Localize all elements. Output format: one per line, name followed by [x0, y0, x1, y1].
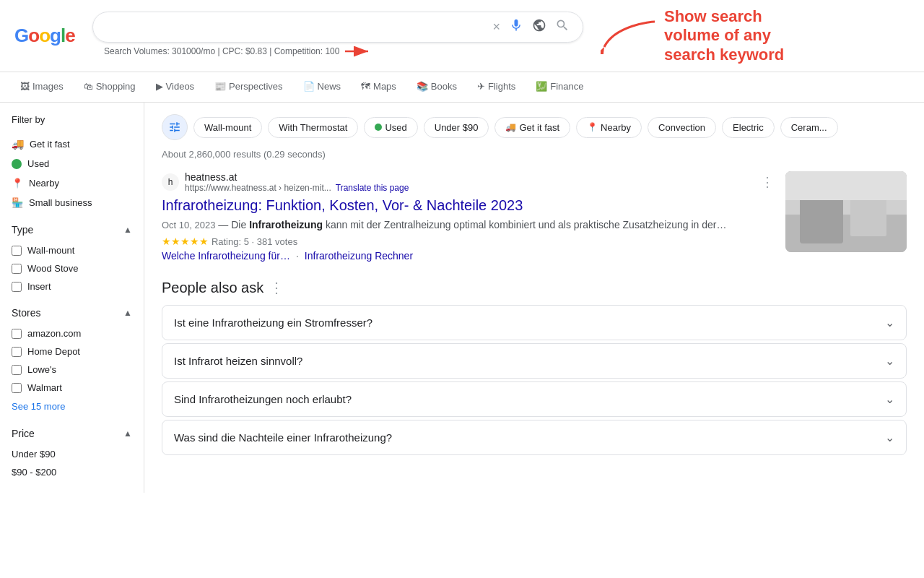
result-title-1[interactable]: Infrarotheizung: Funktion, Kosten, Vor- … [162, 196, 774, 215]
result-links: Welche Infrarotheizung für… · Infrarothe… [162, 250, 774, 262]
chip-convection-label: Convection [658, 122, 705, 133]
type-section-header[interactable]: Type ▲ [12, 224, 132, 236]
price-section-header[interactable]: Price ▲ [12, 428, 132, 439]
paa-question-1: Ist eine Infrarotheizung ein Stromfresse… [174, 316, 372, 329]
chip-under-90[interactable]: Under $90 [424, 117, 489, 138]
chip-used-label: Used [385, 122, 406, 133]
sidebar-filter-nearby[interactable]: 📍 Nearby [12, 173, 132, 193]
result-image-1 [785, 171, 907, 252]
filter-adjust-button[interactable] [162, 114, 188, 140]
store-walmart-checkbox[interactable] [12, 383, 22, 393]
sidebar-filter-used[interactable]: Used [12, 154, 132, 173]
chip-under-90-label: Under $90 [435, 122, 479, 133]
paa-header: People also ask ⋮ [162, 279, 907, 296]
type-wall-mount[interactable]: Wall-mount [12, 241, 132, 259]
translate-link[interactable]: Translate this page [336, 183, 409, 193]
store-amazon[interactable]: amazon.com [12, 324, 132, 342]
store-home-depot-checkbox[interactable] [12, 347, 22, 357]
stores-chevron-icon: ▲ [123, 308, 132, 318]
tab-maps[interactable]: 🗺Maps [352, 75, 405, 99]
paa-item-4: Was sind die Nachteile einer Infrarothei… [162, 420, 907, 455]
paa-chevron-4: ⌄ [885, 431, 894, 444]
paa-item-2: Ist Infrarot heizen sinnvoll? ⌄ [162, 343, 907, 379]
tab-perspectives[interactable]: 📰Perspectives [206, 75, 291, 99]
sidebar-filter-get-it-fast[interactable]: 🚚 Get it fast [12, 134, 132, 154]
result-date: Oct 10, 2023 [162, 220, 215, 230]
chip-with-thermostat[interactable]: With Thermostat [268, 117, 358, 138]
type-wall-mount-checkbox[interactable] [12, 246, 22, 256]
paa-item-1-header[interactable]: Ist eine Infrarotheizung ein Stromfresse… [162, 306, 906, 340]
paa-item-4-header[interactable]: Was sind die Nachteile einer Infrarothei… [162, 420, 906, 454]
result-site-name: heatness.at [185, 171, 409, 183]
type-wood-stove[interactable]: Wood Stove [12, 259, 132, 277]
type-insert[interactable]: Insert [12, 277, 132, 296]
main-layout: Filter by 🚚 Get it fast Used 📍 Nearby 🏪 … [0, 103, 924, 493]
paa-item-1: Ist eine Infrarotheizung ein Stromfresse… [162, 305, 907, 340]
result-image-inner [785, 171, 907, 252]
chip-used[interactable]: Used [364, 117, 417, 138]
search-bar-container: infrarotheizung × Search Volumes: 301000… [92, 12, 583, 60]
google-logo: Google [14, 25, 81, 47]
tab-flights[interactable]: ✈Flights [468, 75, 524, 99]
tab-books[interactable]: 📚Books [408, 75, 466, 99]
store-lowes-checkbox[interactable] [12, 365, 22, 375]
chip-wall-mount[interactable]: Wall-mount [193, 117, 262, 138]
chip-get-it-fast[interactable]: 🚚 Get it fast [494, 117, 570, 138]
chip-electric[interactable]: Electric [722, 117, 775, 138]
search-input[interactable]: infrarotheizung [105, 21, 485, 34]
store-lowes[interactable]: Lowe's [12, 361, 132, 379]
search-button[interactable] [554, 18, 571, 36]
pin-icon: 📍 [587, 122, 598, 132]
type-section: Type ▲ Wall-mount Wood Stove Insert [12, 224, 132, 296]
tab-finance[interactable]: 💹Finance [527, 75, 592, 99]
filter-chips-row: Wall-mount With Thermostat Used Under $9… [162, 114, 907, 140]
store-home-depot[interactable]: Home Depot [12, 342, 132, 361]
paa-question-4: Was sind die Nachteile einer Infrarothei… [174, 431, 392, 444]
store-amazon-checkbox[interactable] [12, 329, 22, 339]
used-dot-icon [375, 124, 382, 131]
type-chevron-icon: ▲ [123, 225, 132, 235]
paa-chevron-3: ⌄ [885, 392, 894, 406]
type-insert-checkbox[interactable] [12, 282, 22, 292]
chip-nearby[interactable]: 📍 Nearby [576, 117, 642, 138]
tab-shopping[interactable]: 🛍Shopping [75, 75, 144, 99]
paa-question-3: Sind Infrarotheizungen noch erlaubt? [174, 393, 352, 405]
paa-item-3-header[interactable]: Sind Infrarotheizungen noch erlaubt? ⌄ [162, 382, 906, 416]
type-wood-stove-checkbox[interactable] [12, 264, 22, 274]
paa-item-2-header[interactable]: Ist Infrarot heizen sinnvoll? ⌄ [162, 344, 906, 378]
result-main-1: h heatness.at https://www.heatness.at › … [162, 171, 774, 262]
store-walmart[interactable]: Walmart [12, 379, 132, 397]
result-link-2[interactable]: Infrarotheizung Rechner [305, 250, 413, 262]
result-menu-icon[interactable]: ⋮ [761, 174, 774, 190]
see-more-stores[interactable]: See 15 more [12, 397, 132, 416]
chip-ceram[interactable]: Ceram... [780, 117, 838, 138]
chip-convection[interactable]: Convection [648, 117, 716, 138]
price-under-90: Under $90 [12, 445, 132, 463]
annotation-arrow [601, 18, 658, 54]
result-card-1: h heatness.at https://www.heatness.at › … [162, 171, 907, 262]
lens-button[interactable] [531, 18, 548, 36]
result-rating: Rating: 5 · 381 votes [212, 236, 297, 247]
paa-item-3: Sind Infrarotheizungen noch erlaubt? ⌄ [162, 381, 907, 417]
chip-get-it-fast-label: Get it fast [519, 122, 559, 133]
sidebar-filter-small-business[interactable]: 🏪 Small business [12, 193, 132, 212]
price-chevron-icon: ▲ [123, 428, 132, 439]
chip-ceram-label: Ceram... [791, 122, 827, 133]
paa-title: People also ask [162, 280, 263, 296]
paa-menu-icon[interactable]: ⋮ [269, 279, 284, 296]
result-link-1[interactable]: Welche Infrarotheizung für… [162, 250, 290, 262]
result-stars: ★★★★★ [162, 236, 209, 247]
tab-images[interactable]: 🖼Images [12, 75, 72, 99]
search-bar: infrarotheizung × [92, 12, 583, 43]
paa-question-2: Ist Infrarot heizen sinnvoll? [174, 355, 302, 367]
tab-news[interactable]: 📄News [295, 75, 350, 99]
clear-button[interactable]: × [491, 20, 502, 35]
nav-tabs: 🖼Images 🛍Shopping ▶Videos 📰Perspectives … [0, 72, 924, 103]
price-90-200: $90 - $200 [12, 463, 132, 481]
stores-section: Stores ▲ amazon.com Home Depot Lowe's [12, 307, 132, 416]
tab-videos[interactable]: ▶Videos [147, 75, 204, 99]
mic-button[interactable] [507, 18, 525, 36]
paa-chevron-2: ⌄ [885, 354, 894, 368]
stores-section-header[interactable]: Stores ▲ [12, 307, 132, 319]
paa-chevron-1: ⌄ [885, 316, 894, 329]
